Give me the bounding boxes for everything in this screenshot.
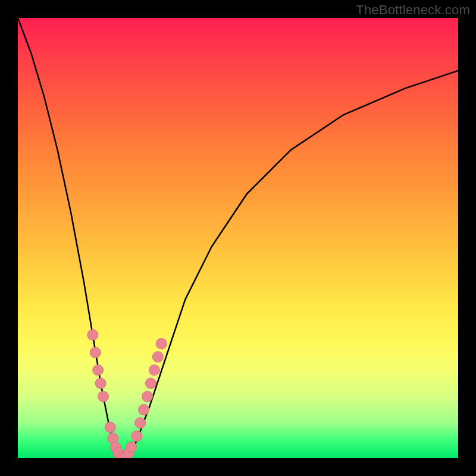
curve-marker bbox=[152, 352, 163, 362]
curve-marker bbox=[156, 339, 167, 349]
plot-area bbox=[18, 18, 458, 458]
curve-markers bbox=[87, 330, 167, 458]
bottleneck-curve bbox=[18, 18, 458, 458]
curve-marker bbox=[95, 378, 106, 389]
curve-svg bbox=[18, 18, 458, 458]
curve-marker bbox=[93, 365, 104, 375]
curve-marker bbox=[139, 405, 149, 415]
watermark-text: TheBottleneck.com bbox=[356, 2, 470, 18]
curve-marker bbox=[90, 347, 101, 358]
curve-marker bbox=[131, 431, 142, 441]
curve-marker bbox=[145, 378, 156, 389]
curve-marker bbox=[98, 391, 109, 402]
curve-marker bbox=[142, 391, 153, 402]
curve-marker bbox=[149, 365, 159, 375]
curve-marker bbox=[126, 442, 137, 453]
curve-marker bbox=[135, 418, 146, 428]
chart-frame: TheBottleneck.com bbox=[0, 0, 476, 476]
curve-marker bbox=[87, 330, 98, 340]
curve-marker bbox=[105, 422, 115, 433]
